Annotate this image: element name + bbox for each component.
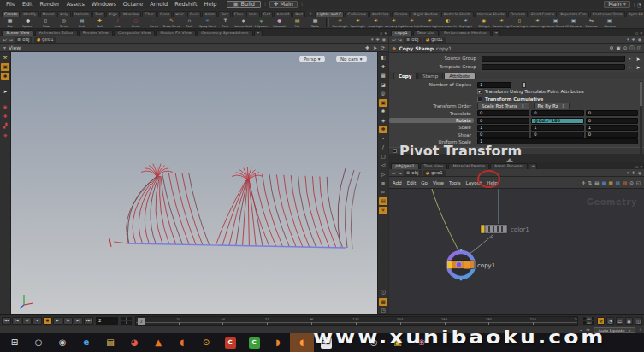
viewport-display-icon[interactable]: ✱: [379, 108, 387, 115]
shelf-tool-geometry-light[interactable]: ☀Geometry Light: [385, 17, 403, 28]
range-start-field[interactable]: 1: [121, 317, 132, 320]
taskbar-houdini-active[interactable]: ◖: [290, 333, 314, 352]
param-header-icon[interactable]: ◫: [637, 45, 641, 51]
shelf-tool-sphere[interactable]: ●Sphere: [19, 17, 37, 28]
desktop-main-chip[interactable]: ✚ Main: [269, 1, 298, 8]
menu-windows[interactable]: Windows: [88, 1, 120, 8]
tab-asset-browser[interactable]: Asset Browser: [490, 163, 528, 169]
section-pivot-transform[interactable]: Pivot Transform: [389, 147, 644, 155]
shelf-tool-ambient-light[interactable]: ☀Ambient Light: [529, 17, 547, 28]
tab-geometry-spreadsheet[interactable]: Geometry Spreadsheet: [197, 30, 253, 36]
chevron-down-icon[interactable]: ▾: [627, 56, 633, 62]
param-tab-copy[interactable]: Copy: [393, 73, 417, 79]
net-toolbar-icon[interactable]: ▤: [594, 180, 599, 185]
range-end-sub-field[interactable]: 240: [583, 321, 594, 325]
chevron-down-icon[interactable]: ▾: [3, 44, 6, 50]
playbar-icon[interactable]: ⚒: [597, 317, 605, 325]
viewport-display-icon[interactable]: ⓘ: [379, 289, 387, 296]
viewport-display-icon[interactable]: ✂: [379, 189, 387, 197]
shelf-tab-guid[interactable]: Guid: [187, 11, 202, 17]
tab-motion-fx-view[interactable]: Motion FX View: [156, 30, 196, 36]
range-start-sub-field[interactable]: 1: [121, 321, 132, 325]
pathbar-icon[interactable]: ◉: [638, 170, 641, 175]
shelf-tool-curve[interactable]: ~Curve: [145, 17, 162, 28]
taskbar-app-red[interactable]: C: [218, 333, 242, 352]
viewport-display-icon[interactable]: ▣: [379, 99, 387, 107]
shelf-tool-area-light[interactable]: ☀Area Light: [367, 17, 385, 28]
menu-arnold[interactable]: Arnold: [146, 1, 171, 8]
viewport-display-icon[interactable]: ▷: [379, 171, 387, 179]
shelf-tool-spray-paint[interactable]: ✳Spray Paint: [198, 17, 216, 28]
select-arrow-icon[interactable]: ➤: [635, 56, 641, 62]
taskbar-houdini[interactable]: ◖: [170, 333, 194, 352]
shelf-tab-viscous-fluids[interactable]: Viscous Fluids: [475, 11, 507, 17]
viewport-display-icon[interactable]: ▦: [379, 298, 387, 306]
field-scale-1[interactable]: 1: [531, 125, 583, 131]
shelf-tab-cons[interactable]: Cons: [157, 11, 172, 17]
field-rotate-0[interactable]: 0: [477, 118, 529, 124]
crumb-geo1[interactable]: ◕geo1: [34, 37, 56, 43]
tab-animation-editor[interactable]: Animation Editor: [35, 30, 78, 36]
shelf-tool-file[interactable]: ▤File: [288, 17, 306, 28]
playbar-icon[interactable]: ◉: [625, 317, 633, 325]
viewport-display-icon[interactable]: ◁: [379, 161, 387, 169]
net-menu-view[interactable]: View: [433, 180, 444, 185]
shelf-tab-fluid-contai[interactable]: Fluid Contai: [529, 11, 557, 17]
tab-material-palette[interactable]: Material Palette: [448, 163, 489, 169]
view-header-icon[interactable]: ⟳: [381, 44, 385, 50]
view-header-icon[interactable]: ✚: [365, 44, 369, 50]
param-label-shear[interactable]: Shear: [389, 132, 474, 138]
slider-number-of-copies[interactable]: [517, 85, 638, 85]
viewport-display-icon[interactable]: ◈: [379, 117, 387, 125]
viewport-display-icon[interactable]: ✚: [379, 63, 387, 71]
shelf-tool-torus[interactable]: ◎Torus: [55, 17, 73, 28]
shelf-tool-box[interactable]: ▦Box: [1, 17, 19, 28]
viewport-display-icon[interactable]: ◎: [379, 90, 387, 97]
shelf-tab-red[interactable]: Red: [292, 11, 305, 17]
viewport-tool-icon[interactable]: ✚: [1, 113, 9, 120]
shelf-tool-l-system[interactable]: ψL-System: [252, 17, 270, 28]
shelf-tool-grid[interactable]: ▤Grid: [73, 17, 91, 28]
shelf-tool-metaball[interactable]: ●Metaball: [270, 17, 288, 28]
transport-5[interactable]: ▶: [53, 317, 62, 325]
tab-take-list[interactable]: Take List: [413, 30, 440, 36]
menu-assets[interactable]: Assets: [63, 1, 88, 8]
transport-7[interactable]: ▶|: [74, 317, 83, 325]
dropdown-rx-ry-rz[interactable]: Rx Ry Rz⇕: [534, 103, 570, 109]
shelf-tab-grit[interactable]: Grit: [261, 11, 274, 17]
shelf-tab-model[interactable]: Model: [40, 11, 57, 17]
crumb-geo1[interactable]: ◕geo1: [423, 37, 446, 43]
pathbar-icon[interactable]: ✚: [375, 37, 379, 42]
taskbar-vlc[interactable]: ▲: [146, 333, 170, 352]
param-header-icon[interactable]: ⚙: [610, 45, 614, 51]
transport-3[interactable]: ◀: [32, 317, 42, 325]
shelf-tool-distant-light[interactable]: ☀Distant Light: [421, 17, 439, 28]
current-frame-field[interactable]: 2: [96, 317, 118, 325]
transport-8[interactable]: ▶▶|: [84, 317, 93, 325]
shelf-tool-volume-light[interactable]: ☀Volume Light: [403, 17, 421, 28]
template-group-input[interactable]: [482, 64, 625, 70]
shelf-tool-stereo-camera[interactable]: ▣Stereo Camera: [547, 17, 564, 28]
shelf-tool-sky-light[interactable]: ☀Sky Light: [457, 17, 475, 28]
param-tab-stamp[interactable]: Stamp: [417, 73, 443, 79]
playbar-icon[interactable]: ◔: [606, 317, 614, 325]
menu-file[interactable]: File: [3, 1, 19, 8]
build-desktop-badge[interactable]: ▣ Build: [227, 1, 260, 8]
transport-2[interactable]: ◀|: [22, 317, 32, 325]
checkbox-transform-using-template-point-attributes[interactable]: ✔: [477, 89, 482, 94]
shelf-tab-deform[interactable]: Deform: [72, 11, 92, 17]
net-toolbar-icon[interactable]: ▨: [623, 180, 627, 185]
timeline-ruler[interactable]: 2 24487296120144168192216240: [135, 316, 578, 326]
shelf-tab-rigs[interactable]: Rigs: [106, 11, 120, 17]
shelf-tab-create[interactable]: Create: [2, 11, 20, 17]
shelf-tool-caustic-light[interactable]: ☀Caustic Light: [493, 17, 511, 28]
tab-performance-monitor[interactable]: Performance Monitor: [440, 30, 491, 36]
shelf-tool-font[interactable]: TFont: [216, 17, 234, 28]
param-header-icon[interactable]: ⊙: [623, 45, 628, 51]
param-header-icon[interactable]: ▣: [616, 45, 620, 51]
viewport-display-icon[interactable]: ◧: [379, 54, 387, 62]
field-shear-2[interactable]: 0: [586, 132, 638, 138]
shelf-tab-populate-con[interactable]: Populate Con: [558, 11, 588, 17]
shelf-tool-portal-light[interactable]: ▯Portal Light: [511, 17, 529, 28]
tab-composite-view[interactable]: Composite View: [114, 30, 156, 36]
